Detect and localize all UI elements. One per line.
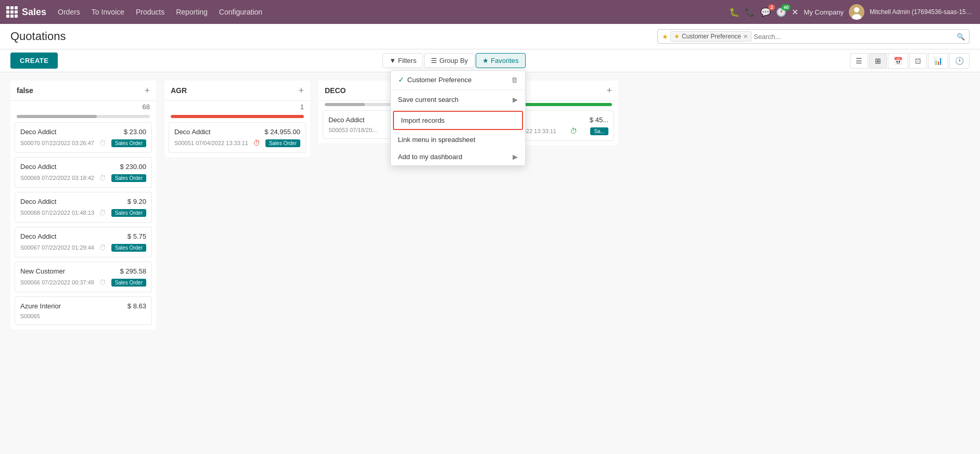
card-name: Deco Addict [20,128,56,136]
card-name: Deco Addict [328,116,364,124]
updates-badge: 40 [781,4,791,10]
app-logo[interactable]: Sales [6,6,46,18]
card-ref: S00069 07/22/2022 03:18:42 [20,175,94,181]
group-by-icon: ☰ [431,57,437,64]
favorites-divider-1 [391,89,525,90]
kanban-col-progress [17,115,150,118]
kanban-card[interactable]: Deco Addict $ 24,955.00 S00051 07/04/202… [169,122,306,153]
search-tag-close[interactable]: ✕ [743,33,748,40]
clock-icon: ⏱ [99,174,106,182]
add-dashboard-label: Add to my dashboard [398,153,463,161]
svg-point-1 [854,7,859,12]
topnav: Sales Orders To Invoice Products Reporti… [0,0,980,24]
search-tag: ★ Customer Preference ✕ [670,31,752,42]
card-ref: S00065 [20,313,40,319]
close-icon-btn[interactable]: ✕ [792,7,798,17]
checkmark-icon: ✓ [398,75,404,84]
favorites-item-save-search[interactable]: Save current search ▶ [391,91,525,108]
kanban-col-add-button[interactable]: + [298,86,304,95]
kanban-card[interactable]: Deco Addict $ 230.00 S00069 07/22/2022 0… [15,157,152,188]
card-amount: $ 8.63 [128,302,146,310]
search-icon: 🔍 [957,33,965,41]
import-records-label: Import records [401,116,445,124]
bug-icon-btn[interactable]: 🐛 [729,7,740,17]
calendar-view-button[interactable]: 📅 [888,53,908,69]
card-name: Deco Addict [174,128,210,136]
kanban-card[interactable]: Azure Interior $ 8.63 S00065 [15,296,152,325]
phone-icon-btn[interactable]: 📞 [745,7,755,17]
card-ref: S00067 07/22/2022 01:29:44 [20,244,94,251]
chart-view-button[interactable]: 📊 [928,53,948,69]
favorites-label: Favorites [491,57,518,64]
card-amount: $ 295.58 [120,267,146,275]
chat-icon-btn[interactable]: 💬 2 [760,7,771,17]
filters-label: Filters [398,57,416,64]
nav-reporting[interactable]: Reporting [171,6,213,18]
kanban-card[interactable]: Deco Addict $ 9.20 S00068 07/22/2022 01:… [15,192,152,223]
create-button[interactable]: CREATE [10,53,58,69]
save-search-arrow-icon: ▶ [513,96,518,103]
sub-header: Quotations ★ ★ Customer Preference ✕ 🔍 [0,24,980,49]
page-title: Quotations [10,30,66,43]
topnav-right: 🐛 📞 💬 2 🕐 40 ✕ My Company Mitchell Admin… [729,4,974,20]
kanban-col-add-button[interactable]: + [606,86,612,95]
filters-button[interactable]: ▼ Filters [383,53,423,68]
avatar[interactable] [849,4,864,20]
favorites-item-import-records[interactable]: Import records [393,111,523,130]
clock-icon: ⏱ [99,139,106,147]
card-name: Deco Addict [20,232,56,240]
group-by-button[interactable]: ☰ Group By [424,53,475,68]
save-search-label: Save current search [398,96,459,103]
kanban-col-false: false + 68 Deco Addict $ 23.00 S00070 07… [10,81,156,329]
pivot-view-button[interactable]: ⊡ [909,53,927,69]
kanban-card[interactable]: New Customer $ 295.58 S00066 07/22/2022 … [15,262,152,292]
kanban-col-add-button[interactable]: + [144,86,150,95]
topnav-menu: Orders To Invoice Products Reporting Con… [53,6,727,18]
kanban-col-header: false + [10,81,156,101]
nav-configuration[interactable]: Configuration [214,6,268,18]
grid-icon [6,6,18,18]
kanban-col-title: DECO [325,86,346,95]
clock-icon: ⏱ [253,139,260,147]
sales-order-badge: Sales Order [111,209,146,217]
clock-icon: ⏱ [99,278,106,287]
kanban-card[interactable]: Deco Addict $ 5.75 S00067 07/22/2022 01:… [15,227,152,257]
search-filter-icon: ★ [662,33,668,41]
card-amount: $ 9.20 [128,198,146,205]
sales-order-badge: Sales Order [111,279,146,287]
favorites-dropdown: ✓ Customer Preference 🗑 Save current sea… [390,70,526,166]
sales-order-badge: Sales Order [265,139,300,147]
add-dashboard-arrow-icon: ▶ [513,153,518,161]
favorites-item-link-menu[interactable]: Link menu in spreadsheet [391,131,525,148]
favorites-button[interactable]: ★ Favorites [476,53,525,68]
search-bar: ★ ★ Customer Preference ✕ 🔍 [657,29,970,44]
favorites-item-add-dashboard[interactable]: Add to my dashboard ▶ [391,148,525,165]
filter-funnel-icon: ▼ [389,57,396,64]
app-name: Sales [22,7,46,18]
trash-icon[interactable]: 🗑 [511,76,518,84]
list-view-button[interactable]: ☰ [850,53,868,69]
card-ref: S00066 07/22/2022 00:37:49 [20,279,94,286]
sales-order-badge: Sales Order [111,139,146,147]
clock-icon: ⏱ [99,209,106,217]
card-name: Deco Addict [20,198,56,205]
kanban-card[interactable]: Deco Addict $ 23.00 S00070 07/22/2022 03… [15,122,152,153]
kanban-view-button[interactable]: ⊞ [869,53,887,69]
tag-star-icon: ★ [674,33,680,40]
clock-view-button[interactable]: 🕐 [949,53,970,69]
nav-orders[interactable]: Orders [53,6,85,18]
favorites-item-customer-preference[interactable]: ✓ Customer Preference 🗑 [391,71,525,88]
kanban-col-agr: AGR + 1 Deco Addict $ 24,955.00 S00051 0… [164,81,310,157]
clock-icon-btn[interactable]: 🕐 40 [776,7,786,17]
group-by-label: Group By [439,57,468,64]
view-buttons: ☰ ⊞ 📅 ⊡ 📊 🕐 [850,53,970,69]
clock-icon: ⏱ [570,127,577,135]
card-ref: S00051 07/04/2022 13:33:11 [174,140,248,146]
nav-products[interactable]: Products [131,6,170,18]
progress-bar-fill [325,103,365,106]
search-input[interactable] [754,33,954,41]
nav-to-invoice[interactable]: To Invoice [86,6,130,18]
card-amount: $ 230.00 [120,163,146,171]
favorites-star-icon: ★ [482,57,489,64]
chat-badge: 2 [768,4,775,10]
